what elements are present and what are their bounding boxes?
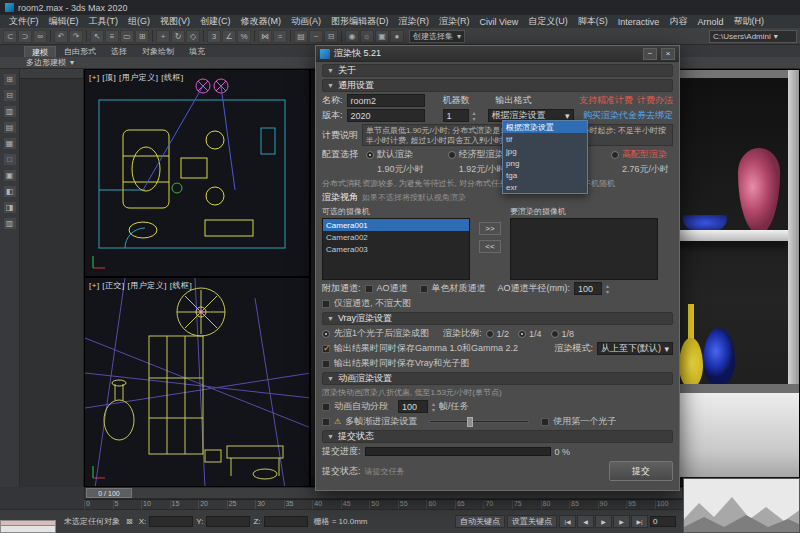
frames-per-task-spinner[interactable]: ▴▾	[432, 401, 435, 413]
scale-option[interactable]: 1/8	[551, 329, 575, 339]
angle-snap-icon[interactable]: ∠	[222, 30, 236, 43]
dock-panel-icon-3[interactable]: □	[3, 153, 17, 166]
config-option[interactable]: 高配型渲染2.76元/小时	[611, 148, 669, 176]
menu-item[interactable]: 图形编辑器(D)	[326, 15, 394, 28]
menu-item[interactable]: 脚本(S)	[573, 15, 613, 28]
play-button[interactable]: ▶	[595, 515, 612, 528]
menu-item[interactable]: 组(G)	[123, 15, 155, 28]
scale-radio[interactable]	[486, 330, 494, 338]
menu-item[interactable]: 文件(F)	[4, 15, 44, 28]
timeline-tick[interactable]: 35	[284, 500, 313, 509]
ao-radius-input[interactable]: 100	[574, 282, 602, 295]
timeline-tick[interactable]: 95	[626, 500, 655, 509]
select-and-rotate-icon[interactable]: ↻	[171, 30, 185, 43]
photon-first-radio[interactable]	[322, 330, 330, 338]
curve-editor-icon[interactable]: ~	[309, 30, 323, 43]
menu-item[interactable]: 自定义(U)	[523, 15, 573, 28]
menu-item[interactable]: Civil View	[475, 17, 524, 27]
scene-explorer-panel[interactable]	[20, 69, 84, 487]
billing-method-link[interactable]: 支持精准计费	[579, 94, 633, 107]
menu-item[interactable]: 修改器(M)	[236, 15, 287, 28]
machine-count-input[interactable]: 1	[443, 109, 469, 122]
config-radio[interactable]	[366, 151, 374, 159]
dock-panel-icon-7[interactable]: ▥	[3, 217, 17, 230]
viewport-top[interactable]: [+] [顶] [用户定义] [线框]	[84, 69, 310, 277]
bind-to-space-warp-icon[interactable]: ∞	[33, 30, 47, 43]
previous-frame-button[interactable]: ◀	[577, 515, 594, 528]
submit-button[interactable]: 提交	[609, 461, 673, 481]
scale-option[interactable]: 1/4	[518, 329, 542, 339]
render-setup-icon[interactable]: ☼	[360, 30, 374, 43]
split-horizontal-icon[interactable]: ⊟	[3, 89, 17, 102]
menu-item[interactable]: Interactive	[613, 17, 665, 27]
named-selection-set-dropdown[interactable]: 创建选择集 ▾	[409, 30, 465, 43]
vrimg-save-checkbox[interactable]	[322, 360, 330, 368]
timeline-tick[interactable]: 20	[198, 500, 227, 509]
timeline-tick[interactable]: 85	[569, 500, 598, 509]
scene-name-input[interactable]: room2	[347, 94, 425, 107]
ribbon-tab-4[interactable]: 对象绘制	[135, 46, 181, 57]
menu-item[interactable]: 帮助(H)	[728, 15, 769, 28]
minimize-button[interactable]: −	[643, 48, 657, 60]
menu-item[interactable]: 编辑(E)	[44, 15, 84, 28]
target-cameras-list[interactable]	[510, 218, 658, 280]
only-channel-checkbox[interactable]	[322, 300, 330, 308]
machine-count-spinner[interactable]: ▴▾	[473, 110, 476, 122]
timeline-tick[interactable]: 65	[455, 500, 484, 509]
camera-item[interactable]: Camera001	[323, 219, 469, 231]
config-option[interactable]: 默认渲染1.90元/小时	[366, 148, 424, 176]
format-option[interactable]: tif	[503, 133, 587, 145]
dialog-titlebar[interactable]: 渲染快 5.21 − ×	[316, 46, 679, 62]
render-mode-combo[interactable]: 从上至下(默认) ▾	[597, 342, 673, 355]
timeline-tick[interactable]: 60	[426, 500, 455, 509]
format-option[interactable]: jpg	[503, 145, 587, 157]
project-path-dropdown[interactable]: C:\Users\Admini ▾	[709, 30, 797, 43]
format-option[interactable]: 根据渲染设置	[503, 121, 587, 133]
auto-key-button[interactable]: 自动关键点	[455, 515, 505, 528]
timeline-tick[interactable]: 40	[312, 500, 341, 509]
config-radio[interactable]	[448, 151, 456, 159]
scale-option[interactable]: 1/2	[486, 329, 510, 339]
mono-channel-checkbox[interactable]	[420, 285, 428, 293]
select-object-icon[interactable]: ↖	[90, 30, 104, 43]
about-rollout[interactable]: ▼ 关于	[322, 64, 673, 77]
timeline-tick[interactable]: 90	[598, 500, 627, 509]
menu-item[interactable]: 内容	[664, 15, 692, 28]
window-crossing-icon[interactable]: ⊞	[135, 30, 149, 43]
progressive-checkbox[interactable]	[322, 418, 330, 426]
camera-item[interactable]: Camera003	[323, 243, 469, 255]
scale-radio[interactable]	[551, 330, 559, 338]
coordinate-input[interactable]	[149, 516, 193, 527]
material-editor-icon[interactable]: ◉	[345, 30, 359, 43]
undo-icon[interactable]: ↶	[54, 30, 68, 43]
dock-panel-icon-5[interactable]: ◧	[3, 185, 17, 198]
format-option[interactable]: exr	[503, 181, 587, 193]
dock-panel-icon-2[interactable]: ▦	[3, 137, 17, 150]
timeline-tick[interactable]: 45	[341, 500, 370, 509]
timeline-tick[interactable]: 30	[255, 500, 284, 509]
dock-panel-icon-1[interactable]: ▤	[3, 121, 17, 134]
menu-item[interactable]: 创建(C)	[195, 15, 236, 28]
format-option[interactable]: tga	[503, 169, 587, 181]
ribbon-tab-2[interactable]: 自由形式	[57, 46, 103, 57]
ribbon-tab-5[interactable]: 填充	[182, 46, 212, 57]
align-icon[interactable]: =	[273, 30, 287, 43]
maxscript-mini-listener[interactable]	[0, 520, 56, 533]
select-by-name-icon[interactable]: ≡	[105, 30, 119, 43]
billing-help-link[interactable]: 计费办法	[637, 94, 673, 107]
dock-panel-icon-6[interactable]: ◨	[3, 201, 17, 214]
progressive-slider[interactable]	[429, 420, 529, 423]
layer-manager-icon[interactable]: ▤	[294, 30, 308, 43]
viewport-layout-icon[interactable]: ⊞	[3, 73, 17, 86]
time-slider-handle[interactable]: 0 / 100	[86, 488, 132, 498]
timeline-tick[interactable]: 80	[541, 500, 570, 509]
frames-per-task-input[interactable]: 100	[398, 400, 428, 413]
general-settings-rollout[interactable]: ▼ 通用设置	[322, 79, 673, 92]
redo-icon[interactable]: ↷	[69, 30, 83, 43]
config-radio[interactable]	[611, 151, 619, 159]
menu-item[interactable]: 工具(T)	[84, 15, 124, 28]
scale-radio[interactable]	[518, 330, 526, 338]
dock-panel-icon-4[interactable]: ▣	[3, 169, 17, 182]
split-vertical-icon[interactable]: ▥	[3, 105, 17, 118]
current-frame-input[interactable]: 0	[650, 516, 676, 527]
